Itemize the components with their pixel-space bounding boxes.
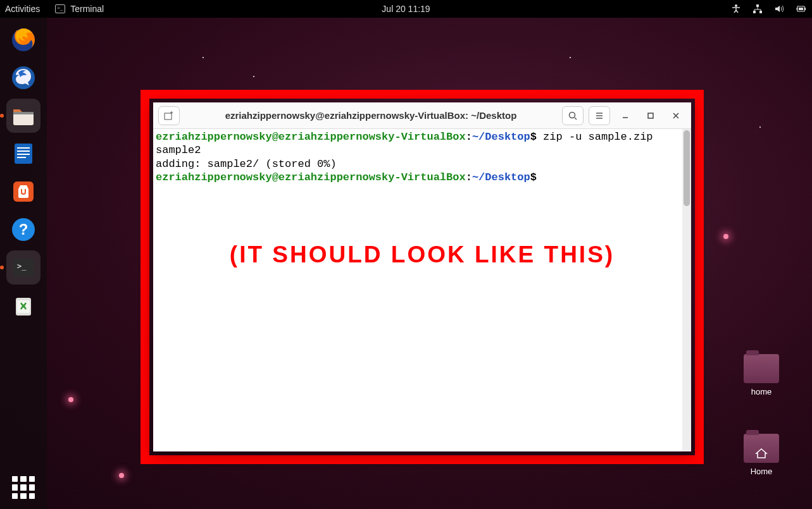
terminal-line: ezriahzippernowsky@ezriahzippernowsky-Vi… [156,130,689,157]
desktop-folder-home-lower[interactable]: home [736,354,787,396]
svg-text:>_: >_ [17,262,27,271]
svg-rect-11 [17,147,30,149]
scrollbar-thumb[interactable] [684,130,690,206]
dock-firefox[interactable] [6,23,41,57]
volume-icon[interactable] [774,4,784,14]
terminal-line: ezriahzippernowsky@ezriahzippernowsky-Vi… [156,171,689,184]
svg-rect-2 [753,11,756,13]
clock[interactable]: Jul 20 11:19 [382,4,430,14]
svg-text:?: ? [19,221,28,238]
svg-rect-5 [804,8,806,10]
svg-rect-12 [17,150,30,152]
svg-rect-14 [17,157,26,158]
svg-point-23 [570,112,575,118]
minimize-button[interactable] [615,106,635,125]
battery-icon[interactable] [796,4,807,14]
svg-point-0 [735,4,737,7]
dock-files[interactable] [6,99,41,133]
svg-rect-13 [17,154,30,155]
dock: ? >_ [0,18,47,509]
svg-rect-6 [799,8,803,10]
folder-label: home [736,387,787,396]
svg-rect-22 [165,113,172,120]
scrollbar[interactable] [682,129,691,451]
window-title: ezriahzippernowsky@ezriahzippernowsky-Vi… [185,110,557,121]
network-icon[interactable] [753,4,763,14]
terminal-window: ezriahzippernowsky@ezriahzippernowsky-Vi… [153,102,691,451]
active-app-indicator[interactable]: Terminal [55,4,104,14]
annotation-red-frame: ezriahzippernowsky@ezriahzippernowsky-Vi… [141,90,704,464]
svg-rect-24 [648,113,653,118]
active-app-name: Terminal [70,4,104,14]
search-button[interactable] [562,106,584,125]
desktop-folder-home-upper[interactable]: Home [736,434,787,476]
dock-software[interactable] [6,175,41,209]
folder-icon [744,354,779,383]
top-bar: Activities Terminal Jul 20 11:19 [0,0,812,18]
accessibility-icon[interactable] [731,4,741,14]
terminal-titlebar[interactable]: ezriahzippernowsky@ezriahzippernowsky-Vi… [153,102,691,129]
annotation-text: (IT SHOULD LOOK LIKE THIS) [153,240,691,269]
svg-rect-9 [13,112,34,114]
folder-icon [744,434,779,463]
folder-label: Home [736,467,787,476]
dock-help[interactable]: ? [6,212,41,247]
svg-rect-3 [759,11,762,13]
apps-grid-button[interactable] [12,476,35,499]
new-tab-button[interactable] [158,106,180,125]
dock-trash[interactable] [6,288,41,322]
close-button[interactable] [666,106,686,125]
menu-button[interactable] [589,106,610,125]
dock-writer[interactable] [6,137,41,171]
activities-button[interactable]: Activities [5,4,40,14]
dock-thunderbird[interactable] [6,61,41,95]
svg-rect-1 [756,4,759,7]
terminal-icon [55,4,65,13]
terminal-body[interactable]: ezriahzippernowsky@ezriahzippernowsky-Vi… [153,129,691,451]
terminal-line: adding: sample2/ (stored 0%) [156,157,689,171]
maximize-button[interactable] [640,106,661,125]
dock-terminal[interactable]: >_ [6,250,41,285]
